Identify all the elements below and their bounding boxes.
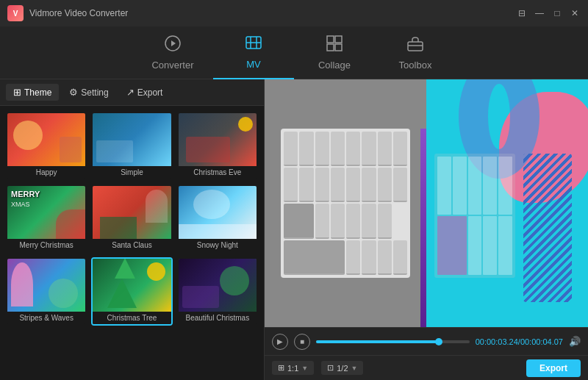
export-arrow-icon: ↗ xyxy=(126,87,135,98)
theme-merry-christmas[interactable]: MERRY XMAS Merry Christmas xyxy=(6,184,87,253)
app-logo: V xyxy=(7,5,24,21)
theme-grid-icon: ⊞ xyxy=(13,87,21,98)
tab-toolbox[interactable]: Toolbox xyxy=(375,26,456,79)
theme-christmas-eve[interactable]: Christmas Eve xyxy=(177,112,258,180)
theme-stripes-label: Stripes & Waves xyxy=(7,312,85,324)
theme-snowy-night[interactable]: Snowy Night xyxy=(177,184,258,253)
preview-right xyxy=(426,79,588,327)
svg-marker-1 xyxy=(171,40,176,46)
theme-snowy-thumb xyxy=(179,186,257,239)
theme-xmas-tree-label: Christmas Tree xyxy=(93,312,171,324)
close-button[interactable]: ✕ xyxy=(569,7,581,19)
theme-stripes-waves[interactable]: Stripes & Waves xyxy=(6,257,87,326)
sub-tab-export[interactable]: ↗ Export xyxy=(119,84,171,101)
volume-icon[interactable]: 🔊 xyxy=(569,336,581,347)
app-title: Vidmore Video Converter xyxy=(29,8,128,18)
tab-collage[interactable]: Collage xyxy=(294,26,375,79)
tab-converter[interactable]: Converter xyxy=(132,26,213,79)
theme-beautiful-christmas[interactable]: Beautiful Christmas xyxy=(177,257,258,326)
right-panel: ▶ ■ 00:00:03.24/00:00:04.07 🔊 ⊞ 1:1 ▼ ⊡ … xyxy=(265,79,588,380)
main-content: ⊞ Theme ⚙ Setting ↗ Export Happy xyxy=(0,79,588,380)
title-bar: V Vidmore Video Converter ⊟ — □ ✕ xyxy=(0,0,588,26)
theme-merry-xmas-label: Merry Christmas xyxy=(7,239,85,251)
theme-happy-thumb xyxy=(7,113,85,166)
sub-tab-setting[interactable]: ⚙ Setting xyxy=(62,84,115,101)
theme-snowy-label: Snowy Night xyxy=(179,239,257,251)
tab-mv[interactable]: MV xyxy=(213,26,294,79)
converter-icon xyxy=(164,35,182,57)
theme-simple-label: Simple xyxy=(93,166,171,179)
zoom-controls: ⊞ 1:1 ▼ ⊡ 1/2 ▼ Export xyxy=(265,355,588,380)
blob-stripe xyxy=(523,154,572,302)
svg-rect-3 xyxy=(327,36,334,43)
svg-rect-5 xyxy=(327,44,334,51)
theme-xmas-eve-thumb xyxy=(179,113,257,166)
zoom-half-dropdown-arrow: ▼ xyxy=(351,365,358,372)
play-button[interactable]: ▶ xyxy=(272,334,288,350)
theme-stripes-thumb xyxy=(7,259,85,312)
theme-xmas-eve-label: Christmas Eve xyxy=(179,166,257,179)
progress-fill xyxy=(316,340,439,343)
setting-gear-icon: ⚙ xyxy=(69,87,78,98)
zoom-fit-icon: ⊞ xyxy=(278,363,284,373)
video-preview xyxy=(265,79,588,327)
svg-rect-6 xyxy=(335,44,342,51)
nav-tabs: Converter MV Collage xyxy=(0,26,588,79)
chat-button[interactable]: ⊟ xyxy=(516,7,528,19)
theme-beautiful-thumb xyxy=(179,259,257,312)
left-panel: ⊞ Theme ⚙ Setting ↗ Export Happy xyxy=(0,79,265,380)
sub-tab-theme[interactable]: ⊞ Theme xyxy=(6,84,59,101)
zoom-ratio-select[interactable]: ⊞ 1:1 ▼ xyxy=(272,361,314,375)
mv-icon xyxy=(245,34,262,56)
theme-christmas-tree[interactable]: Christmas Tree xyxy=(91,257,172,326)
theme-simple[interactable]: Simple xyxy=(91,112,172,180)
theme-happy-label: Happy xyxy=(7,166,85,179)
zoom-half-icon: ⊡ xyxy=(327,363,334,373)
window-controls: ⊟ — □ ✕ xyxy=(516,7,581,19)
toolbox-icon xyxy=(406,35,424,57)
stop-button[interactable]: ■ xyxy=(294,334,310,350)
theme-santa-label: Santa Claus xyxy=(93,239,171,251)
theme-santa-thumb xyxy=(93,186,171,239)
svg-rect-7 xyxy=(408,42,423,51)
player-controls: ▶ ■ 00:00:03.24/00:00:04.07 🔊 xyxy=(265,327,588,355)
collage-icon xyxy=(326,35,343,57)
progress-bar[interactable] xyxy=(316,340,470,343)
preview-canvas xyxy=(265,79,588,327)
zoom-half-select[interactable]: ⊡ 1/2 ▼ xyxy=(321,361,363,375)
theme-xmas-tree-thumb xyxy=(93,259,171,312)
minimize-button[interactable]: — xyxy=(534,7,545,19)
preview-left xyxy=(265,79,426,327)
svg-rect-4 xyxy=(335,36,342,43)
theme-santa-claus[interactable]: Santa Claus xyxy=(91,184,172,253)
theme-simple-thumb xyxy=(93,113,171,166)
time-display: 00:00:03.24/00:00:04.07 xyxy=(476,337,563,346)
maximize-button[interactable]: □ xyxy=(551,7,563,19)
sub-tabs: ⊞ Theme ⚙ Setting ↗ Export xyxy=(0,79,264,106)
keyboard-visual xyxy=(281,129,410,277)
progress-thumb xyxy=(435,338,442,345)
theme-merry-xmas-thumb: MERRY XMAS xyxy=(7,186,85,239)
theme-beautiful-label: Beautiful Christmas xyxy=(179,312,257,324)
zoom-dropdown-arrow: ▼ xyxy=(301,365,308,372)
theme-happy[interactable]: Happy xyxy=(6,112,87,180)
themes-grid: Happy Simple Christmas Eve MERRY XMAS xyxy=(0,106,264,380)
export-button[interactable]: Export xyxy=(526,359,581,377)
